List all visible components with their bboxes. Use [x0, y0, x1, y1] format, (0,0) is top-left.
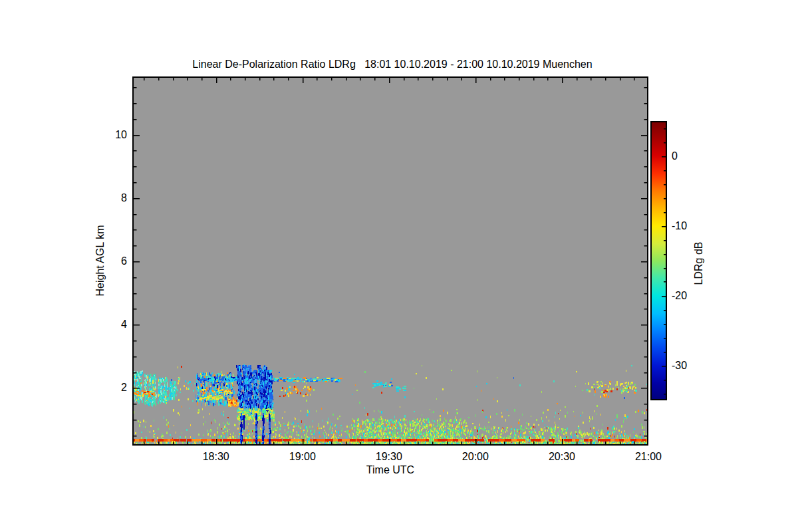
y-tick-label: 6 [95, 255, 127, 268]
y-tick-label: 10 [95, 128, 127, 142]
y-tick-label: 2 [95, 381, 127, 394]
x-tick-label: 21:00 [622, 451, 675, 463]
x-axis-title: Time UTC [324, 464, 457, 476]
colorbar-title: LDRg dB [693, 242, 705, 285]
y-tick-label: 4 [95, 318, 127, 331]
x-tick-label: 20:00 [449, 451, 502, 463]
chart-title: Linear De-Polarization Ratio LDRg 18:01 … [0, 59, 785, 70]
colorbar-tick-label: -10 [672, 219, 687, 233]
x-tick-label: 18:30 [190, 451, 243, 463]
colorbar-tick-label: -30 [672, 359, 687, 372]
x-tick-label: 20:30 [535, 451, 589, 463]
x-tick-label: 19:30 [362, 451, 416, 463]
colorbar-tick-label: -20 [672, 289, 687, 303]
y-tick-label: 8 [95, 192, 127, 205]
plot-canvas [132, 76, 648, 446]
colorbar-tick-label: 0 [672, 150, 678, 163]
ldr-time-height-chart: Linear De-Polarization Ratio LDRg 18:01 … [0, 0, 798, 532]
colorbar [650, 121, 667, 400]
x-tick-label: 19:00 [276, 451, 329, 463]
